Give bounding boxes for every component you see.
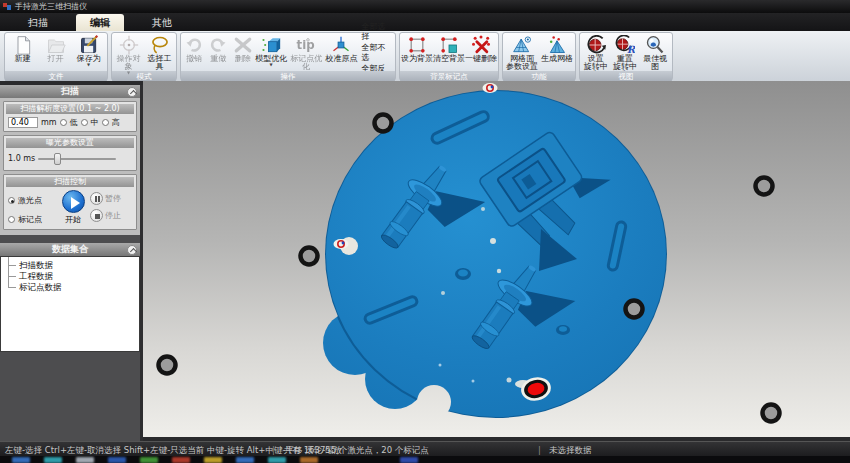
select-tool-button[interactable]: 选择工具 ▼ <box>144 34 175 71</box>
status-bar: 左键-选择 Ctrl+左键-取消选择 Shift+左键-只选当前 中键-旋转 A… <box>0 441 850 456</box>
save-floppy-icon <box>78 35 100 55</box>
data-tree: 扫描数据 工程数据 标记点数据 <box>0 256 140 352</box>
taskbar-icon[interactable] <box>44 457 62 463</box>
marker-point[interactable] <box>301 248 318 265</box>
clear-background-button[interactable]: 清空背景 <box>433 34 465 71</box>
dropdown-arrow-icon: ▼ <box>270 63 273 67</box>
reset-rotation-center-button[interactable]: R 重置 旋转中心 <box>610 34 639 71</box>
marker-point[interactable] <box>334 239 349 249</box>
radio-high-label: 高 <box>112 117 120 128</box>
radio-laser-label: 激光点 <box>18 195 42 206</box>
dropdown-arrow-icon: ▼ <box>87 63 90 67</box>
separator: | <box>272 445 275 455</box>
taskbar-icon[interactable] <box>12 457 30 463</box>
ribbon-group-function: 网格面 参数设置 生成网格 功能 <box>502 32 576 81</box>
new-document-icon <box>12 35 34 55</box>
window-title: 手持激光三维扫描仪 <box>15 0 87 13</box>
app-window: 手持激光三维扫描仪 扫描 编辑 其他 新建 打开 <box>0 0 850 463</box>
data-panel-header: 数据集合 <box>0 243 140 256</box>
marker-point[interactable] <box>159 357 176 374</box>
title-bar: 手持激光三维扫描仪 <box>0 0 850 13</box>
taskbar-icon[interactable] <box>140 457 158 463</box>
scan-panel-header: 扫描 <box>0 85 140 98</box>
taskbar-icon[interactable] <box>400 457 418 463</box>
radio-marker-point[interactable] <box>8 216 15 223</box>
marker-point[interactable] <box>763 405 780 422</box>
stop-label: 停止 <box>105 210 121 221</box>
best-view-button[interactable]: 最佳视图 <box>640 34 671 71</box>
ribbon-group-bg-markers: 设为背景 清空背景 一键删除 背景标记点 <box>399 32 499 81</box>
radio-high[interactable] <box>102 119 109 126</box>
redo-button[interactable]: 重做 <box>206 34 230 71</box>
radio-low[interactable] <box>60 119 67 126</box>
taskbar-icon[interactable] <box>300 457 318 463</box>
mesh-params-button[interactable]: 网格面 参数设置 <box>504 34 540 71</box>
marker-clear-icon <box>438 35 460 55</box>
taskbar-icon[interactable] <box>76 457 94 463</box>
tab-scan[interactable]: 扫描 <box>14 14 62 31</box>
open-button[interactable]: 打开 <box>39 34 72 71</box>
tab-other[interactable]: 其他 <box>138 14 186 31</box>
select-all-stack: 全部选择 全部不选 全部反选 <box>358 34 394 71</box>
taskbar-icon[interactable] <box>108 457 126 463</box>
mesh-dots-icon <box>546 35 568 55</box>
select-none-button[interactable]: 全部不选 <box>360 43 392 63</box>
scan-disc[interactable] <box>293 81 713 437</box>
taskbar-icon[interactable] <box>268 457 286 463</box>
tree-item-project-data[interactable]: 工程数据 <box>6 271 139 282</box>
scanned-model[interactable] <box>143 81 850 437</box>
collapse-icon[interactable] <box>127 245 137 255</box>
separator: | <box>538 445 541 455</box>
tab-edit[interactable]: 编辑 <box>76 14 124 31</box>
generate-mesh-button[interactable]: 生成网格 <box>540 34 574 71</box>
radio-laser-point[interactable] <box>8 197 15 204</box>
start-scan-button[interactable] <box>62 190 85 213</box>
resolution-unit: mm <box>41 118 57 127</box>
slider-thumb[interactable] <box>54 153 61 165</box>
data-panel-title: 数据集合 <box>52 244 88 254</box>
ribbon-group-file: 新建 打开 保存为 ▼ 文件 <box>4 32 108 81</box>
save-as-button[interactable]: 保存为 ▼ <box>72 34 105 71</box>
operate-object-button[interactable]: 操作对象 ▼ <box>113 34 144 71</box>
tree-item-marker-data[interactable]: 标记点数据 <box>6 282 139 293</box>
set-background-button[interactable]: 设为背景 <box>401 34 433 71</box>
radio-mid[interactable] <box>81 119 88 126</box>
mesh-gear-icon <box>511 35 533 55</box>
ribbon-tab-bar: 扫描 编辑 其他 <box>0 13 850 31</box>
marker-point[interactable] <box>483 83 498 93</box>
collapse-icon[interactable] <box>127 87 137 97</box>
taskbar-icon[interactable] <box>236 457 254 463</box>
cube-sparkle-icon <box>260 35 282 55</box>
marker-point[interactable] <box>626 301 643 318</box>
undo-button[interactable]: 撤销 <box>182 34 206 71</box>
ribbon-group-operation: 撤销 重做 删除 模型 <box>180 32 396 81</box>
lasso-icon <box>149 35 171 55</box>
select-all-button[interactable]: 全部选择 <box>360 22 392 42</box>
delete-button[interactable]: 删除 <box>231 34 255 71</box>
marker-optimize-button[interactable]: tip 标记点优化 <box>287 34 325 71</box>
magnifier-icon <box>644 35 666 55</box>
tree-item-scan-data[interactable]: 扫描数据 <box>6 260 139 271</box>
rotation-reset-icon: R <box>614 35 636 55</box>
taskbar-icon[interactable] <box>204 457 222 463</box>
radio-low-label: 低 <box>70 117 78 128</box>
rotation-center-icon <box>585 35 607 55</box>
stop-button[interactable] <box>90 209 103 222</box>
calibrate-origin-button[interactable]: 校准原点 <box>325 34 357 71</box>
resolution-title: 扫描解析度设置(0.1 ~ 2.0) <box>6 104 134 114</box>
scan-control-title: 扫描控制 <box>6 177 134 187</box>
one-key-delete-button[interactable]: 一键删除 <box>465 34 497 71</box>
pause-button[interactable] <box>90 192 103 205</box>
exposure-value: 1.0 ms <box>8 154 35 163</box>
viewport-3d[interactable] <box>143 81 850 437</box>
model-optimize-button[interactable]: 模型优化 ▼ <box>255 34 287 71</box>
new-button[interactable]: 新建 <box>6 34 39 71</box>
marker-point[interactable] <box>375 115 392 132</box>
sidebar: 扫描 扫描解析度设置(0.1 ~ 2.0) mm 低 中 高 <box>0 85 143 441</box>
resolution-input[interactable] <box>8 117 38 128</box>
marker-point[interactable] <box>756 178 773 195</box>
exposure-groupbox: 曝光参数设置 1.0 ms <box>3 135 137 171</box>
exposure-slider[interactable] <box>38 158 116 160</box>
set-rotation-center-button[interactable]: 设置 旋转中心 <box>581 34 610 71</box>
taskbar-icon[interactable] <box>172 457 190 463</box>
